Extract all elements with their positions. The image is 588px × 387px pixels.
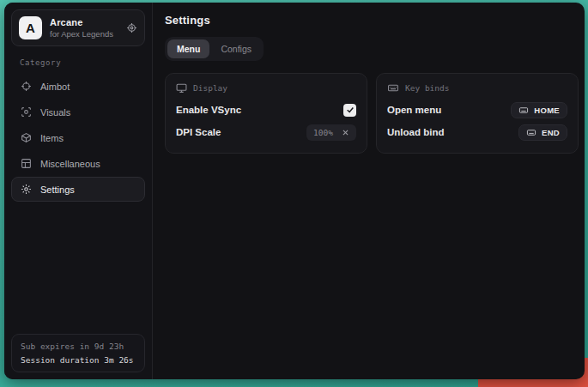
display-card: Display Enable VSync DPI Scale 100% [165, 73, 367, 154]
open-menu-label: Open menu [387, 105, 441, 115]
display-card-title: Display [193, 83, 227, 93]
display-card-header: Display [176, 82, 356, 94]
sidebar-item-label: Visuals [40, 107, 70, 118]
sidebar-item-aimbot[interactable]: Aimbot [11, 74, 145, 99]
sidebar-item-visuals[interactable]: Visuals [11, 100, 145, 124]
gear-icon [21, 184, 32, 195]
sidebar-item-items[interactable]: Items [11, 125, 145, 150]
unload-bind-button[interactable]: END [518, 124, 567, 141]
sidebar-item-label: Aimbot [40, 82, 70, 92]
brand-title: Arcane [50, 17, 113, 27]
dpi-scale-value: 100% [313, 128, 333, 137]
monitor-icon [176, 82, 187, 94]
sidebar-item-label: Settings [40, 184, 75, 195]
unload-bind-key: END [542, 128, 560, 137]
keybinds-card-header: Key binds [387, 82, 567, 94]
open-menu-key: HOME [534, 106, 560, 115]
sidebar-item-miscellaneous[interactable]: Miscellaneous [11, 151, 145, 176]
sub-expires-text: Sub expires in 9d 23h [21, 342, 136, 351]
dpi-label: DPI Scale [176, 127, 221, 137]
vsync-row: Enable VSync [176, 99, 356, 121]
crosshair-icon [21, 81, 32, 92]
open-menu-row: Open menu HOME [387, 99, 567, 121]
tab-configs[interactable]: Configs [211, 39, 261, 58]
app-logo: A [19, 16, 42, 39]
check-icon [346, 106, 355, 114]
scan-eye-icon [21, 106, 32, 118]
vsync-checkbox[interactable] [343, 104, 356, 117]
session-duration-text: Session duration 3m 26s [21, 355, 136, 365]
keybinds-card: Key binds Open menu HOME [376, 73, 579, 154]
sidebar-item-settings[interactable]: Settings [11, 177, 145, 202]
brand-card: A Arcane for Apex Legends [11, 9, 145, 46]
sidebar-item-label: Miscellaneous [40, 159, 100, 169]
unload-bind-label: Unload bind [387, 127, 444, 137]
dpi-row: DPI Scale 100% [176, 121, 356, 143]
settings-cards: Display Enable VSync DPI Scale 100% [165, 73, 579, 154]
main-content: Settings Menu Configs Display [153, 3, 585, 379]
sidebar-item-label: Items [40, 133, 64, 143]
vsync-label: Enable VSync [176, 105, 241, 115]
grid-icon [21, 158, 32, 169]
subscription-status-card: Sub expires in 9d 23h Session duration 3… [11, 334, 145, 372]
unload-bind-row: Unload bind END [387, 121, 567, 143]
clear-icon[interactable] [342, 129, 349, 136]
keyboard-icon [526, 128, 536, 137]
open-menu-bind-button[interactable]: HOME [511, 102, 567, 118]
brand-subtitle: for Apex Legends [50, 29, 113, 39]
package-icon [21, 132, 32, 143]
category-label: Category [20, 58, 145, 67]
sidebar: A Arcane for Apex Legends Category [4, 3, 153, 379]
page-title: Settings [165, 14, 579, 27]
brand-text: Arcane for Apex Legends [50, 17, 113, 39]
keyboard-icon [518, 106, 529, 115]
app-window: A Arcane for Apex Legends Category [4, 3, 585, 379]
keybinds-card-title: Key binds [405, 83, 449, 93]
tab-menu[interactable]: Menu [167, 39, 209, 58]
tab-bar: Menu Configs [165, 37, 264, 61]
crosshair-icon[interactable] [126, 22, 137, 33]
keyboard-icon [387, 82, 399, 94]
dpi-scale-input[interactable]: 100% [306, 124, 356, 141]
